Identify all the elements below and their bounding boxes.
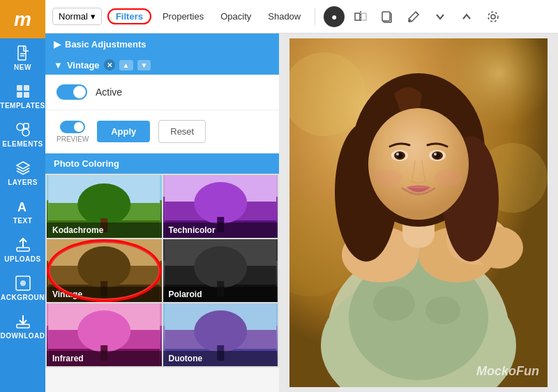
file-icon	[15, 45, 31, 61]
background-icon	[15, 276, 31, 291]
filter-item-duotone[interactable]: Duotone	[163, 303, 278, 366]
sidebar-item-new[interactable]: NEW	[0, 38, 45, 77]
sidebar: m NEW TEMPLATES ELEMENTS	[0, 0, 45, 392]
vintage-filter-row: ▼ Vintage ✕ ▲ ▼	[45, 55, 279, 75]
sidebar-item-background[interactable]: BACKGROUND	[0, 269, 45, 307]
svg-point-7	[17, 123, 24, 130]
download-icon	[15, 314, 31, 329]
apply-button[interactable]: Apply	[97, 121, 150, 142]
svg-point-24	[488, 12, 498, 22]
settings-icon[interactable]	[483, 6, 504, 27]
svg-rect-15	[17, 324, 29, 328]
text-icon: A	[15, 199, 31, 214]
svg-rect-4	[24, 85, 29, 91]
copy-icon[interactable]	[377, 6, 398, 27]
filter-name-vintage: Vintage	[47, 287, 162, 302]
preview-controls-area: PREVIEW Apply Reset	[45, 110, 279, 153]
tab-filters[interactable]: Filters	[107, 8, 151, 24]
preview-toggle[interactable]	[60, 121, 85, 133]
basic-adjustments-row[interactable]: ▶ Basic Adjustments	[45, 33, 279, 55]
toolbar-separator	[315, 8, 315, 25]
sidebar-item-download[interactable]: DOWNLOAD	[0, 307, 45, 345]
upload-icon	[15, 237, 31, 252]
canvas-area[interactable]: MockoFun	[279, 33, 558, 392]
svg-marker-10	[17, 162, 29, 169]
sidebar-label-uploads: UPLOADS	[4, 255, 40, 263]
sidebar-label-elements: ELEMENTS	[2, 140, 43, 148]
tab-shadow[interactable]: Shadow	[262, 8, 306, 24]
tab-properties[interactable]: Properties	[157, 8, 209, 24]
elements-icon	[15, 122, 31, 137]
active-toggle[interactable]	[56, 84, 87, 100]
move-down-icon[interactable]	[430, 6, 451, 27]
sidebar-label-new: NEW	[14, 63, 31, 71]
blend-mode-label: Normal	[59, 11, 88, 22]
main-area: Normal ▾ Filters Properties Opacity Shad…	[45, 0, 558, 392]
svg-rect-5	[17, 92, 22, 98]
circle-icon[interactable]: ●	[324, 6, 345, 27]
watermark: MockoFun	[476, 364, 539, 379]
active-label: Active	[96, 86, 122, 98]
sidebar-label-templates: TEMPLATES	[0, 102, 45, 110]
content-area: ▶ Basic Adjustments ▼ Vintage ✕ ▲ ▼ Acti…	[45, 33, 558, 392]
toolbar: Normal ▾ Filters Properties Opacity Shad…	[45, 0, 558, 33]
filter-item-infrared[interactable]: Infrared	[47, 303, 162, 366]
basic-adjustments-label: Basic Adjustments	[65, 39, 146, 50]
blend-mode-arrow: ▾	[91, 11, 96, 22]
vintage-label: Vintage	[67, 60, 100, 70]
sidebar-item-uploads[interactable]: UPLOADS	[0, 230, 45, 269]
sidebar-label-layers: LAYERS	[8, 179, 38, 186]
filter-name-duotone: Duotone	[163, 351, 278, 366]
vintage-remove-button[interactable]: ✕	[104, 59, 115, 70]
app-logo[interactable]: m	[0, 0, 45, 38]
vintage-move-up-button[interactable]: ▲	[119, 60, 133, 70]
svg-rect-16	[355, 13, 360, 20]
filter-item-technicolor[interactable]: Technicolor	[163, 175, 278, 238]
color-picker-icon[interactable]	[403, 6, 424, 27]
svg-rect-20	[382, 12, 390, 21]
canvas-image: MockoFun	[289, 38, 548, 387]
svg-point-23	[491, 15, 495, 19]
sidebar-item-layers[interactable]: LAYERS	[0, 153, 45, 192]
filters-panel: ▶ Basic Adjustments ▼ Vintage ✕ ▲ ▼ Acti…	[45, 33, 279, 392]
filter-item-kodachrome[interactable]: Kodachrome	[47, 175, 162, 238]
filter-item-polaroid[interactable]: Polaroid	[163, 239, 278, 302]
sidebar-item-elements[interactable]: ELEMENTS	[0, 115, 45, 153]
filter-name-infrared: Infrared	[47, 351, 162, 366]
preview-toggle-area: PREVIEW	[56, 121, 89, 143]
tab-opacity[interactable]: Opacity	[215, 8, 257, 24]
svg-point-8	[22, 129, 29, 136]
vintage-move-down-button[interactable]: ▼	[137, 60, 151, 70]
svg-point-22	[408, 20, 411, 22]
sidebar-label-text: TEXT	[13, 217, 33, 225]
svg-rect-17	[361, 13, 366, 20]
blend-mode-dropdown[interactable]: Normal ▾	[52, 8, 102, 25]
svg-rect-3	[17, 85, 22, 91]
photo-coloring-header: Photo Coloring	[45, 153, 279, 174]
filter-grid: Kodachrome Technicolor	[45, 174, 279, 368]
move-up-icon[interactable]	[456, 6, 477, 27]
sidebar-item-templates[interactable]: TEMPLATES	[0, 77, 45, 115]
filter-name-polaroid: Polaroid	[163, 287, 278, 302]
svg-rect-0	[18, 46, 26, 60]
svg-point-14	[20, 280, 26, 286]
filter-name-kodachrome: Kodachrome	[47, 223, 162, 238]
sidebar-item-text[interactable]: A TEXT	[0, 192, 45, 230]
sidebar-label-download: DOWNLOAD	[1, 332, 45, 340]
active-toggle-area: Active	[45, 75, 279, 110]
basic-adjustments-arrow: ▶	[54, 39, 61, 50]
reset-button[interactable]: Reset	[158, 120, 206, 143]
svg-text:A: A	[17, 200, 27, 214]
svg-rect-12	[17, 248, 29, 251]
templates-icon	[15, 84, 31, 99]
vintage-expand-icon: ▼	[54, 60, 63, 70]
flip-h-icon[interactable]	[350, 6, 371, 27]
svg-rect-85	[289, 38, 548, 387]
filter-item-vintage[interactable]: Vintage	[47, 239, 162, 302]
svg-rect-6	[24, 92, 29, 98]
sidebar-label-background: BACKGROUND	[0, 294, 50, 301]
layers-icon	[15, 160, 31, 176]
filter-name-technicolor: Technicolor	[163, 223, 278, 238]
photo-coloring-label: Photo Coloring	[54, 158, 119, 169]
preview-label: PREVIEW	[56, 135, 89, 143]
